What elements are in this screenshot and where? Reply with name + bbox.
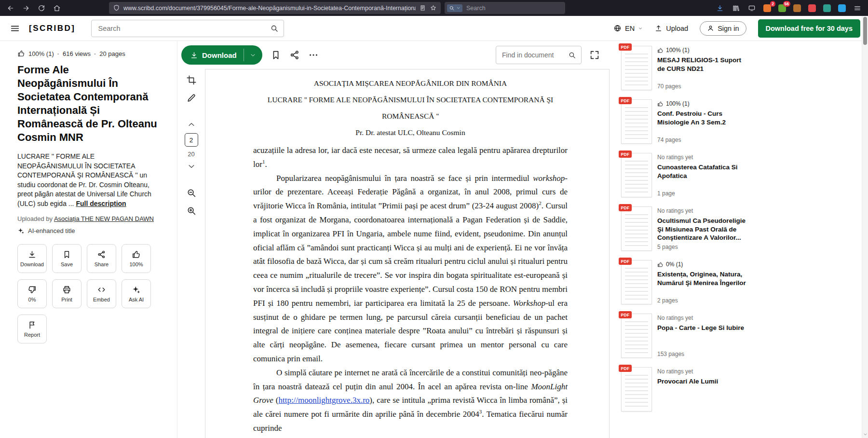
related-doc-item[interactable]: PDFNo ratings yetOcultismul Ca Pseudorel… bbox=[621, 206, 746, 251]
download-action-button[interactable]: Download bbox=[17, 244, 47, 273]
share-icon[interactable] bbox=[289, 50, 300, 60]
signin-label: Sign in bbox=[718, 25, 739, 32]
extension-icon[interactable]: 56 bbox=[777, 3, 787, 14]
upload-button[interactable]: Upload bbox=[654, 24, 688, 32]
related-doc-title[interactable]: Conf. Pestroiu - Curs Misiologie An 3 Se… bbox=[657, 110, 746, 126]
viewer-download-button[interactable]: Download bbox=[181, 45, 262, 65]
action-label: Share bbox=[95, 261, 108, 267]
thumbs-up-icon bbox=[657, 47, 664, 54]
related-doc-title[interactable]: Ocultismul Ca Pseudoreligie Şi Misiunea … bbox=[657, 217, 746, 242]
related-doc-item[interactable]: PDFNo ratings yetPopa - Carte - Lege Si … bbox=[621, 314, 746, 358]
extension-icon[interactable] bbox=[807, 3, 817, 14]
browser-chrome: www.scribd.com/document/379956045/Forme-… bbox=[0, 0, 868, 16]
report-action-button[interactable]: Report bbox=[17, 315, 47, 343]
related-doc-item[interactable]: PDFNo ratings yetCunoasterea Catafatica … bbox=[621, 153, 746, 197]
downloads-icon[interactable] bbox=[714, 2, 726, 14]
related-doc-thumbnail[interactable]: PDF bbox=[621, 260, 652, 304]
browser-search-bar[interactable]: Search bbox=[445, 2, 565, 14]
page-scrollbar[interactable] bbox=[862, 16, 868, 438]
action-label: Download bbox=[20, 261, 44, 267]
related-doc-thumbnail[interactable]: PDF bbox=[621, 99, 652, 144]
search-icon[interactable] bbox=[270, 24, 279, 33]
uploader-link[interactable]: Asociația THE NEW PAGAN DAWN bbox=[54, 215, 154, 222]
bookmark-star-icon[interactable] bbox=[430, 4, 437, 12]
shield-icon[interactable] bbox=[113, 4, 120, 12]
browser-menu-icon[interactable] bbox=[852, 2, 863, 14]
related-doc-title[interactable]: MESAJ RELIGIOS-1 Suport de CURS ND21 bbox=[657, 56, 746, 73]
print-action-button[interactable]: Print bbox=[52, 279, 81, 308]
doc-hyperlink[interactable]: http://moonlightgrove.3x.ro bbox=[278, 396, 369, 405]
related-doc-title[interactable]: Existența, Originea, Natura, Numărul Şi … bbox=[657, 270, 746, 287]
find-search-icon[interactable] bbox=[568, 51, 576, 59]
ask-ai-action-button[interactable]: Ask AI bbox=[122, 279, 151, 308]
document-page-area[interactable]: ASOCIAŢIA MIŞCAREA NEOPĂGÂNILOR DIN ROMÂ… bbox=[205, 69, 617, 438]
doc-paragraph: acuzațiile la adresa lor, iar dacă este … bbox=[253, 144, 568, 172]
browser-url-bar[interactable]: www.scribd.com/document/379956045/Forme-… bbox=[109, 2, 441, 14]
signin-button[interactable]: Sign in bbox=[700, 21, 746, 36]
pdf-badge: PDF bbox=[619, 365, 632, 372]
extension-icon[interactable] bbox=[837, 3, 847, 14]
browser-back-icon[interactable] bbox=[5, 2, 16, 14]
related-doc-title[interactable]: Provocari Ale Lumii bbox=[657, 377, 746, 386]
extension-icon[interactable]: 2 bbox=[762, 3, 773, 14]
download-options-caret[interactable] bbox=[244, 45, 262, 65]
save-bookmark-icon[interactable] bbox=[271, 50, 281, 60]
language-selector[interactable]: EN bbox=[613, 24, 643, 32]
search-engine-selector[interactable] bbox=[447, 4, 462, 12]
related-doc-meta: No ratings yetProvocari Ale Lumii bbox=[657, 367, 746, 411]
share-action-button[interactable]: Share bbox=[87, 244, 116, 273]
related-doc-item[interactable]: PDF100% (1)Conf. Pestroiu - Curs Misiolo… bbox=[621, 99, 746, 144]
scrollbar-thumb[interactable] bbox=[863, 17, 867, 45]
extension-icon[interactable] bbox=[822, 3, 832, 14]
reader-mode-icon[interactable] bbox=[419, 4, 426, 12]
save-action-button[interactable]: Save bbox=[52, 244, 81, 273]
page-number-input[interactable]: 2 bbox=[185, 133, 198, 147]
zoom-out-icon[interactable] bbox=[186, 188, 197, 198]
zoom-in-icon[interactable] bbox=[186, 205, 197, 216]
download-label: Download bbox=[202, 51, 237, 59]
more-options-icon[interactable] bbox=[308, 50, 319, 60]
browser-forward-icon[interactable] bbox=[20, 2, 32, 14]
browser-home-icon[interactable] bbox=[51, 2, 63, 14]
related-doc-thumbnail[interactable]: PDF bbox=[621, 46, 652, 90]
related-doc-pages: 74 pages bbox=[657, 137, 746, 144]
previous-page-icon[interactable] bbox=[187, 120, 196, 129]
scribd-logo[interactable]: [SCRIBD] bbox=[29, 24, 76, 33]
related-doc-item[interactable]: PDF0% (1)Existența, Originea, Natura, Nu… bbox=[621, 260, 746, 304]
related-doc-thumbnail[interactable]: PDF bbox=[621, 206, 652, 251]
rating-text: No ratings yet bbox=[657, 315, 693, 321]
uploaded-by-row: Uploaded by Asociația THE NEW PAGAN DAWN bbox=[17, 215, 160, 222]
related-doc-thumbnail[interactable]: PDF bbox=[621, 153, 652, 197]
fullscreen-icon[interactable] bbox=[589, 50, 600, 60]
library-icon[interactable] bbox=[730, 2, 742, 14]
annotate-pen-icon[interactable] bbox=[186, 93, 197, 103]
print-icon bbox=[62, 285, 71, 294]
menu-hamburger-icon[interactable] bbox=[10, 23, 20, 34]
download-free-cta[interactable]: Download free for 30 days bbox=[758, 19, 861, 38]
related-doc-thumbnail[interactable]: PDF bbox=[621, 367, 652, 411]
related-doc-title[interactable]: Popa - Carte - Lege Si Iubire bbox=[657, 324, 746, 332]
embed-action-button[interactable]: Embed bbox=[87, 279, 116, 308]
dislike-action-button[interactable]: 0% bbox=[17, 279, 47, 308]
find-input[interactable] bbox=[502, 51, 568, 59]
like-action-button[interactable]: 100% bbox=[122, 244, 151, 273]
ai-sparkle-icon bbox=[17, 227, 25, 234]
extension-icon[interactable] bbox=[792, 3, 802, 14]
site-search[interactable] bbox=[91, 20, 284, 37]
scroll-down-arrow[interactable] bbox=[863, 432, 868, 437]
related-doc-item[interactable]: PDF100% (1)MESAJ RELIGIOS-1 Suport de CU… bbox=[621, 46, 746, 90]
related-doc-item[interactable]: PDFNo ratings yetProvocari Ale Lumii bbox=[621, 367, 746, 411]
full-description-link[interactable]: Full description bbox=[76, 200, 126, 207]
related-doc-title[interactable]: Cunoasterea Catafatica Si Apofatica bbox=[657, 163, 746, 180]
related-list: PDF100% (1)MESAJ RELIGIOS-1 Suport de CU… bbox=[621, 46, 868, 411]
browser-toolbar-icons: 2 56 bbox=[714, 2, 863, 14]
select-tool-icon[interactable] bbox=[186, 75, 197, 85]
upload-label: Upload bbox=[666, 25, 688, 32]
thumbnail-preview bbox=[625, 321, 648, 354]
related-doc-thumbnail[interactable]: PDF bbox=[621, 314, 652, 358]
site-search-input[interactable] bbox=[98, 25, 270, 32]
find-in-document[interactable] bbox=[496, 46, 582, 64]
screenshot-icon[interactable] bbox=[746, 2, 758, 14]
browser-reload-icon[interactable] bbox=[36, 2, 47, 14]
next-page-icon[interactable] bbox=[187, 162, 196, 171]
